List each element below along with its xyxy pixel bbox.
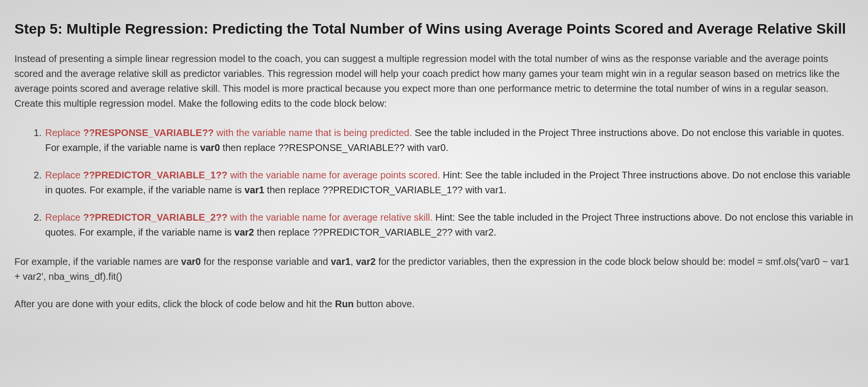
item-lead: Replace ??PREDICTOR_VARIABLE_1?? with th…: [45, 170, 440, 180]
lead-text: Replace: [45, 127, 83, 138]
run-paragraph: After you are done with your edits, clic…: [14, 297, 854, 312]
placeholder-token: ??PREDICTOR_VARIABLE_2??: [83, 212, 227, 223]
mid-text: with the variable name that is being pre…: [214, 127, 412, 138]
var0: var0: [181, 256, 201, 267]
mid-text: with the variable name for average point…: [227, 170, 440, 180]
mid-text: with the variable name for average relat…: [227, 212, 433, 223]
var-name: var1: [245, 185, 264, 195]
step-heading: Step 5: Multiple Regression: Predicting …: [14, 19, 854, 38]
lead-text: Replace: [45, 170, 83, 180]
placeholder-token: ??PREDICTOR_VARIABLE_1??: [83, 170, 227, 180]
var-name: var0: [200, 142, 220, 153]
item-number: 2.: [34, 168, 42, 183]
run-pre: After you are done with your edits, clic…: [14, 299, 335, 309]
var2: var2: [356, 256, 375, 267]
item-lead: Replace ??PREDICTOR_VARIABLE_2?? with th…: [45, 212, 433, 223]
example-pre: For example, if the variable names are: [14, 256, 181, 267]
intro-paragraph: Instead of presenting a simple linear re…: [14, 51, 854, 111]
rest-text-2: then replace ??RESPONSE_VARIABLE?? with …: [220, 142, 448, 153]
item-number: 1.: [34, 125, 42, 140]
var1: var1: [331, 256, 350, 267]
list-item: 2. Replace ??PREDICTOR_VARIABLE_1?? with…: [34, 168, 854, 198]
rest-text-2: then replace ??PREDICTOR_VARIABLE_1?? wi…: [264, 185, 507, 195]
placeholder-token: ??RESPONSE_VARIABLE??: [83, 127, 214, 138]
rest-text-2: then replace ??PREDICTOR_VARIABLE_2?? wi…: [254, 227, 496, 237]
var-name: var2: [235, 227, 254, 237]
document-page: Step 5: Multiple Regression: Predicting …: [0, 0, 868, 343]
lead-text: Replace: [45, 212, 83, 223]
run-button-name: Run: [335, 299, 354, 309]
item-number: 2.: [34, 210, 42, 225]
instruction-list: 1. Replace ??RESPONSE_VARIABLE?? with th…: [14, 125, 854, 240]
example-paragraph: For example, if the variable names are v…: [14, 254, 854, 284]
run-post: button above.: [354, 299, 415, 309]
list-item: 2. Replace ??PREDICTOR_VARIABLE_2?? with…: [34, 210, 854, 240]
list-item: 1. Replace ??RESPONSE_VARIABLE?? with th…: [34, 125, 854, 155]
item-lead: Replace ??RESPONSE_VARIABLE?? with the v…: [45, 127, 412, 138]
example-mid1: for the response variable and: [201, 256, 331, 267]
example-comma: ,: [350, 256, 356, 267]
